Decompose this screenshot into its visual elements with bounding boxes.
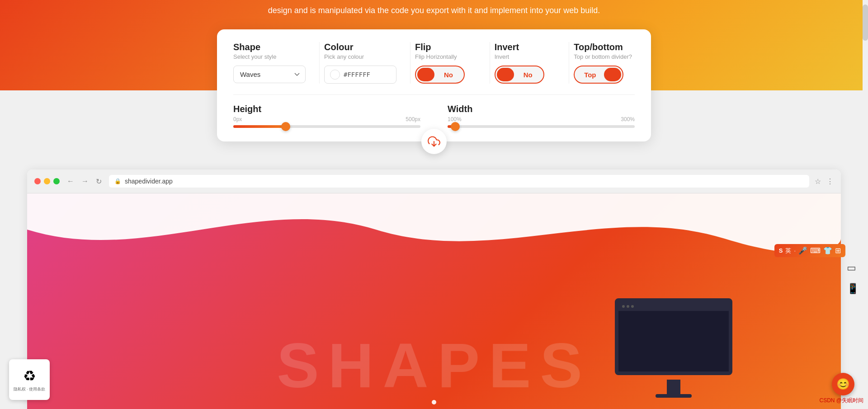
- topbottom-group: Top/bottom Top or bottom divider? Top: [574, 42, 635, 84]
- topbottom-state: Top: [576, 71, 604, 79]
- divider-1: [319, 42, 320, 84]
- topbottom-toggle[interactable]: Top: [574, 66, 623, 84]
- ime-keyboard-icon[interactable]: ⌨: [810, 246, 821, 255]
- divider-4: [569, 42, 569, 84]
- browser-dots: [34, 178, 60, 184]
- colour-input-row[interactable]: #FFFFFF: [324, 66, 396, 84]
- shape-group: Shape Select your style Waves Tilt Arrow…: [233, 42, 315, 83]
- shape-sublabel: Select your style: [233, 53, 306, 60]
- address-bar[interactable]: 🔒 shapedivider.app: [109, 175, 809, 188]
- colour-sublabel: Pick any colour: [324, 53, 396, 60]
- ime-toolbar: S 英 · 🎤 ⌨ 👕 ⊞: [774, 244, 845, 257]
- smiley-icon: 😊: [836, 378, 850, 390]
- scrollbar[interactable]: [863, 0, 868, 409]
- recaptcha-widget[interactable]: ♻ 隐私权 · 使用条款: [9, 359, 50, 400]
- height-slider-thumb[interactable]: [281, 122, 290, 131]
- divider-3: [490, 42, 490, 84]
- flip-label: Flip: [415, 42, 476, 52]
- flip-sublabel: Flip Horizontally: [415, 53, 476, 60]
- flip-state: No: [434, 71, 462, 79]
- forward-button[interactable]: →: [80, 176, 90, 186]
- flip-group: Flip Flip Horizontally No: [415, 42, 485, 84]
- controls-card: Shape Select your style Waves Tilt Arrow…: [217, 29, 651, 141]
- shape-select[interactable]: Waves Tilt Arrow Split Book: [233, 66, 306, 83]
- width-range-labels: 100% 300%: [448, 116, 635, 122]
- monitor-screen-bar: [618, 302, 729, 311]
- dot-active: [432, 400, 436, 404]
- height-label: Height: [233, 104, 420, 114]
- ime-dot: ·: [794, 247, 796, 254]
- height-max: 500px: [406, 116, 420, 122]
- monitor-screen: [615, 298, 732, 375]
- ime-mic-icon[interactable]: 🎤: [798, 246, 807, 255]
- controls-bottom-row: Height 0px 500px Width 100% 300%: [233, 95, 635, 128]
- phone-icon[interactable]: 📱: [847, 283, 859, 295]
- height-slider-fill: [233, 125, 286, 128]
- width-slider-thumb[interactable]: [451, 122, 460, 131]
- flip-toggle[interactable]: No: [415, 66, 465, 84]
- reload-button[interactable]: ↻: [94, 176, 104, 187]
- device-icons-panel: ▭ 📱: [847, 262, 859, 295]
- shape-label: Shape: [233, 42, 306, 52]
- close-dot[interactable]: [34, 178, 41, 184]
- topbottom-sublabel: Top or bottom divider?: [574, 53, 635, 60]
- colour-group: Colour Pick any colour #FFFFFF: [324, 42, 406, 84]
- topbottom-label: Top/bottom: [574, 42, 635, 52]
- divider-2: [410, 42, 410, 84]
- recaptcha-text: 隐私权 · 使用条款: [14, 386, 46, 392]
- shapes-watermark: SHAPES: [277, 329, 591, 402]
- recaptcha-icon: ♻: [23, 367, 36, 385]
- height-min: 0px: [233, 116, 242, 122]
- height-group: Height 0px 500px: [233, 104, 420, 128]
- width-max: 300%: [621, 116, 635, 122]
- width-slider-fill: [448, 125, 455, 128]
- download-icon: [428, 135, 440, 148]
- invert-toggle[interactable]: No: [495, 66, 544, 84]
- browser-toolbar: ← → ↻ 🔒 shapedivider.app ☆ ⋮: [27, 169, 841, 193]
- ime-tshirt-icon[interactable]: 👕: [823, 246, 832, 255]
- browser-nav: ← → ↻: [65, 176, 104, 187]
- browser-content: SHAPES: [27, 193, 841, 409]
- invert-sublabel: Invert: [495, 53, 556, 60]
- colour-label: Colour: [324, 42, 396, 52]
- width-group: Width 100% 300%: [448, 104, 635, 128]
- width-label: Width: [448, 104, 635, 114]
- ime-grid-icon[interactable]: ⊞: [835, 246, 841, 255]
- scrollbar-thumb[interactable]: [863, 5, 868, 41]
- menu-icon[interactable]: ⋮: [826, 177, 834, 186]
- feedback-button[interactable]: 😊: [832, 373, 854, 395]
- download-button[interactable]: [421, 129, 447, 154]
- monitor-illustration: [615, 298, 750, 398]
- invert-state: No: [514, 71, 542, 79]
- height-slider-track: [233, 125, 420, 128]
- browser-window: ← → ↻ 🔒 shapedivider.app ☆ ⋮ SHAPES: [27, 169, 841, 409]
- tablet-icon[interactable]: ▭: [847, 262, 859, 274]
- invert-label: Invert: [495, 42, 556, 52]
- banner-text: design and is manipulated via the code y…: [268, 5, 600, 17]
- topbottom-knob: [604, 68, 621, 81]
- invert-knob: [497, 68, 514, 81]
- monitor-base: [656, 394, 692, 398]
- maximize-dot[interactable]: [53, 178, 60, 184]
- dot-indicators: [432, 400, 436, 404]
- invert-group: Invert Invert No: [495, 42, 565, 84]
- colour-swatch: [330, 70, 340, 80]
- ime-logo: S: [779, 247, 783, 254]
- lock-icon: 🔒: [114, 178, 121, 184]
- wave-svg: [27, 193, 841, 284]
- controls-top-row: Shape Select your style Waves Tilt Arrow…: [233, 42, 635, 95]
- url-text: shapedivider.app: [125, 178, 173, 185]
- monitor-dot-2: [627, 305, 629, 308]
- bookmark-icon[interactable]: ☆: [815, 177, 821, 186]
- height-range-labels: 0px 500px: [233, 116, 420, 122]
- flip-knob: [417, 68, 434, 81]
- minimize-dot[interactable]: [44, 178, 50, 184]
- colour-hex-value: #FFFFFF: [344, 71, 370, 78]
- width-slider-track: [448, 125, 635, 128]
- ime-lang[interactable]: 英: [785, 247, 791, 255]
- monitor-dot-3: [631, 305, 634, 308]
- width-min: 100%: [448, 116, 462, 122]
- monitor-dot-1: [622, 305, 625, 308]
- csdn-watermark: CSDN @失眠时间: [819, 397, 863, 404]
- back-button[interactable]: ←: [65, 176, 76, 186]
